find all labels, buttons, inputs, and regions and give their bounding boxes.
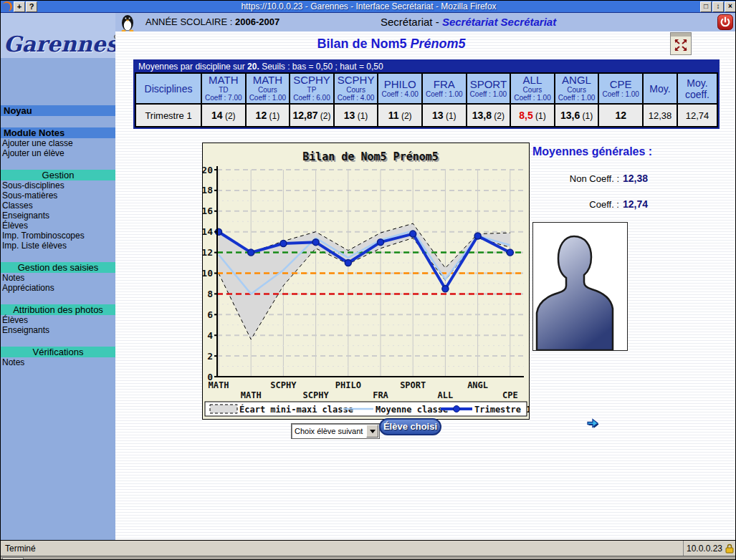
sidebar-item[interactable]: Appréciations bbox=[1, 283, 115, 293]
sidebar-item[interactable]: Enseignants bbox=[1, 211, 115, 221]
svg-text:20: 20 bbox=[203, 165, 213, 175]
discipline-header: SCPHYCoursCoeff : 4.00 bbox=[334, 73, 378, 104]
grade-cell: 12,87 (2) bbox=[290, 104, 334, 127]
grade-cell: 12 bbox=[598, 104, 643, 127]
student-photo-placeholder bbox=[532, 222, 628, 351]
discipline-header: PHILOCoeff : 4.00 bbox=[378, 73, 422, 104]
session-info: Secrétariat - Secrétariat Secrétariat bbox=[381, 16, 556, 28]
data-point-marker bbox=[280, 241, 287, 247]
discipline-header: SCPHYTPCoeff : 6.00 bbox=[290, 73, 334, 104]
browser-window: + ? https://10.0.0.23 - Garennes - Inter… bbox=[0, 0, 736, 560]
sidebar-item[interactable]: Classes bbox=[1, 201, 115, 211]
logout-power-button[interactable] bbox=[717, 14, 733, 30]
discipline-header: MATHCoursCoeff : 1.00 bbox=[246, 73, 290, 104]
shade-button[interactable]: ↕ bbox=[712, 1, 724, 12]
lock-icon bbox=[725, 544, 734, 554]
data-point-marker bbox=[312, 239, 319, 246]
svg-text:Écart mini-maxi classe: Écart mini-maxi classe bbox=[239, 404, 353, 415]
data-point-marker bbox=[345, 260, 351, 266]
sidebar-item[interactable]: Notes bbox=[1, 357, 115, 367]
header-band: ANNÉE SCOLAIRE : 2006-2007 Secrétariat -… bbox=[115, 13, 736, 32]
sidebar-section-header: Attribution des photos bbox=[1, 304, 115, 315]
chart-title: Bilan de Nom5 Prénom5 bbox=[302, 150, 439, 163]
svg-text:Moyenne classe: Moyenne classe bbox=[376, 405, 448, 415]
x-axis-label: SPORT bbox=[400, 380, 426, 390]
sidebar-item[interactable]: Notes bbox=[1, 273, 115, 283]
x-axis-label: FRA bbox=[373, 390, 388, 400]
svg-text:4: 4 bbox=[207, 330, 213, 341]
sidebar-item[interactable]: Imp. Liste élèves bbox=[1, 241, 115, 251]
x-axis-label: PHILO bbox=[335, 380, 361, 390]
sidebar-item[interactable]: Enseignants bbox=[1, 325, 115, 335]
school-year: ANNÉE SCOLAIRE : 2006-2007 bbox=[145, 16, 279, 27]
sidebar-item[interactable]: Imp. Trombinoscopes bbox=[1, 231, 115, 241]
sidebar-item[interactable]: Ajouter un élève bbox=[1, 148, 115, 158]
bottom-scrollbar[interactable] bbox=[1, 556, 736, 560]
sidebar-item[interactable]: Ajouter une classe bbox=[1, 138, 115, 148]
app-logo: Garennes bbox=[4, 32, 118, 57]
next-arrow-icon[interactable] bbox=[584, 416, 600, 433]
svg-text:18: 18 bbox=[203, 185, 213, 195]
grades-table-caption: Moyennes par discipline sur 20. Seuils :… bbox=[135, 61, 718, 72]
data-point-marker bbox=[442, 286, 449, 292]
status-bar: Terminé 10.0.0.23 bbox=[1, 540, 736, 556]
logo-block: Garennes bbox=[1, 13, 115, 58]
grades-table-panel: Moyennes par discipline sur 20. Seuils :… bbox=[133, 59, 720, 129]
sidebar-section-header: Vérifications bbox=[1, 347, 115, 357]
svg-text:12: 12 bbox=[203, 247, 213, 258]
table-corner-header: Disciplines bbox=[135, 73, 201, 104]
discipline-header: SPORTCoeff : 1.00 bbox=[467, 73, 511, 104]
x-axis-label: MATH bbox=[209, 380, 229, 390]
scrollbar-thumb[interactable] bbox=[2, 557, 24, 560]
svg-text:14: 14 bbox=[203, 226, 213, 237]
grade-cell: 12 (1) bbox=[246, 104, 290, 127]
student-select[interactable]: Choix élève suivant bbox=[291, 423, 380, 439]
student-select-value: Choix élève suivant bbox=[292, 427, 366, 435]
sidebar-item[interactable]: Élèves bbox=[1, 315, 115, 325]
host-indicator: 10.0.0.23 bbox=[683, 541, 736, 556]
maximize-button[interactable]: □ bbox=[700, 1, 712, 12]
chart-panel: 02468101214161820MATHMATHSCPHYSCPHYPHILO… bbox=[202, 143, 530, 420]
data-point-marker bbox=[410, 231, 416, 237]
select-dropdown-arrow[interactable] bbox=[366, 425, 378, 438]
grade-cell: 14 (2) bbox=[201, 104, 246, 127]
moy-coeff-value: 12,74 bbox=[677, 104, 717, 127]
fullscreen-expand-icon[interactable] bbox=[670, 32, 692, 58]
svg-text:16: 16 bbox=[203, 206, 213, 216]
sidebar-section-header[interactable]: Module Notes bbox=[1, 127, 115, 138]
x-axis-label: ANGL bbox=[467, 380, 488, 390]
trimester-row-label: Trimestre 1 bbox=[135, 104, 201, 127]
sidebar-section-header: Gestion des saisies bbox=[1, 262, 115, 273]
sidebar-section-header[interactable]: Noyau bbox=[1, 105, 115, 116]
data-point-marker bbox=[378, 239, 384, 246]
class-minmax-band bbox=[219, 223, 510, 339]
discipline-header: ALLCoursCoeff : 1.00 bbox=[510, 73, 555, 104]
coeff-average: Coeff. :12,74 bbox=[535, 198, 648, 210]
chosen-student-button[interactable]: Élève choisi bbox=[379, 418, 441, 435]
x-axis-label: ALL bbox=[438, 390, 454, 400]
window-titlebar: + ? https://10.0.0.23 - Garennes - Inter… bbox=[1, 1, 736, 13]
x-axis-label: CPE bbox=[502, 390, 518, 400]
grade-cell: 13 (1) bbox=[422, 104, 467, 127]
grade-cell: 13,6 (1) bbox=[555, 104, 599, 127]
x-axis-label: MATH bbox=[241, 390, 262, 400]
sidebar-item[interactable]: Sous-matières bbox=[1, 190, 115, 201]
sidebar-item[interactable]: Élèves bbox=[1, 221, 115, 231]
close-button[interactable]: × bbox=[725, 1, 736, 12]
moy-coeff-header: Moy. coeff. bbox=[677, 73, 717, 104]
person-silhouette-icon bbox=[537, 236, 613, 350]
grade-cell: 8,5 (1) bbox=[510, 104, 555, 127]
discipline-header: MATHTDCoeff : 7.00 bbox=[201, 73, 246, 104]
page-title: Bilan de Nom5 Prénom5 bbox=[115, 37, 667, 52]
x-axis-label: SCPHY bbox=[303, 390, 330, 400]
general-averages-title: Moyennes générales : bbox=[532, 145, 652, 158]
discipline-header: ANGLCoursCoeff : 1.00 bbox=[555, 73, 599, 104]
x-axis-label: SCPHY bbox=[270, 380, 297, 390]
grades-chart: 02468101214161820MATHMATHSCPHYSCPHYPHILO… bbox=[203, 143, 529, 419]
sidebar-section-header: Gestion bbox=[1, 170, 115, 180]
data-point-marker bbox=[474, 233, 481, 239]
svg-text:6: 6 bbox=[207, 309, 213, 320]
sidebar-item[interactable]: Sous-disciplines bbox=[1, 180, 115, 190]
sidebar-menu: NoyauModule NotesAjouter une classeAjout… bbox=[1, 58, 115, 540]
grade-cell: 13 (1) bbox=[334, 104, 378, 127]
